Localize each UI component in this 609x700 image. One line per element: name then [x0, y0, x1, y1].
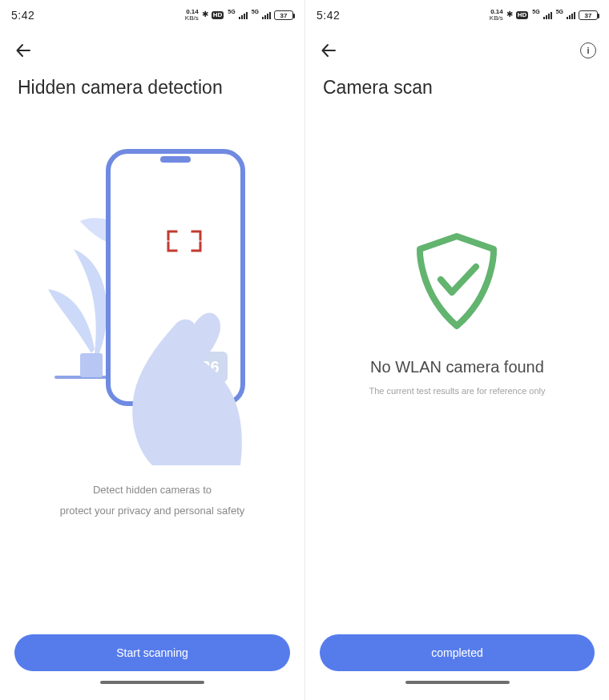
phone-in-hand-illustration: 02:36 [32, 137, 272, 465]
shield-check-icon [409, 230, 505, 334]
bluetooth-icon [204, 10, 208, 20]
page-title: Hidden camera detection [0, 66, 304, 102]
content-area: No WLAN camera found The current test re… [305, 102, 609, 700]
status-icons: 0.14 KB/s HD 5G 5G 37 [185, 9, 293, 22]
description-line-1: Detect hidden cameras to [60, 480, 245, 501]
info-button[interactable]: i [580, 42, 596, 58]
net1-type: 5G [228, 9, 235, 14]
pane-detection: 5:42 0.14 KB/s HD 5G 5G 37 Hidden came [0, 0, 304, 700]
net-rate: 0.14 KB/s [490, 9, 503, 22]
content-area: 02:36 Detect hidden cameras to [0, 102, 304, 700]
page-title: Camera scan [305, 66, 609, 102]
net1-type: 5G [532, 9, 539, 14]
battery-icon: 37 [274, 10, 293, 20]
home-indicator[interactable] [100, 681, 204, 684]
signal-bars-2 [262, 11, 271, 19]
net2-type: 5G [252, 9, 259, 14]
status-time: 5:42 [11, 9, 34, 22]
result-subtitle: The current test results are for referen… [369, 386, 545, 396]
description-line-2: protect your privacy and personal safety [60, 501, 245, 521]
description: Detect hidden cameras to protect your pr… [36, 480, 269, 521]
header-row [0, 26, 304, 66]
bluetooth-icon [508, 10, 513, 20]
signal-bars-1 [543, 11, 552, 19]
status-bar: 5:42 0.14 KB/s HD 5G 5G 37 [0, 0, 304, 26]
svg-rect-2 [80, 353, 103, 377]
net-rate: 0.14 KB/s [185, 9, 199, 22]
bottom-area: completed [305, 634, 609, 700]
status-icons: 0.14 KB/s HD 5G 5G 37 [490, 9, 598, 22]
status-bar: 5:42 0.14 KB/s HD 5G 5G 37 [305, 0, 609, 26]
start-scanning-button[interactable]: Start scanning [14, 634, 290, 671]
signal-bars-1 [239, 11, 248, 19]
hd-badge: HD [516, 11, 529, 19]
result-block: No WLAN camera found The current test re… [369, 230, 545, 396]
header-row: i [305, 26, 609, 66]
completed-button[interactable]: completed [320, 634, 595, 671]
pane-scan-result: 5:42 0.14 KB/s HD 5G 5G 37 i [304, 0, 609, 700]
illustration: 02:36 [32, 137, 272, 465]
signal-bars-2 [567, 11, 575, 19]
bottom-area: Start scanning [0, 634, 304, 700]
svg-rect-4 [160, 156, 191, 163]
back-arrow-icon [14, 41, 33, 60]
battery-icon: 37 [579, 10, 598, 20]
status-time: 5:42 [317, 9, 340, 22]
hd-badge: HD [212, 11, 224, 19]
back-button[interactable] [13, 40, 34, 61]
net2-type: 5G [556, 9, 563, 14]
back-arrow-icon [319, 41, 338, 60]
home-indicator[interactable] [405, 681, 510, 684]
back-button[interactable] [318, 40, 339, 61]
result-title: No WLAN camera found [370, 358, 544, 376]
info-icon: i [587, 46, 589, 55]
